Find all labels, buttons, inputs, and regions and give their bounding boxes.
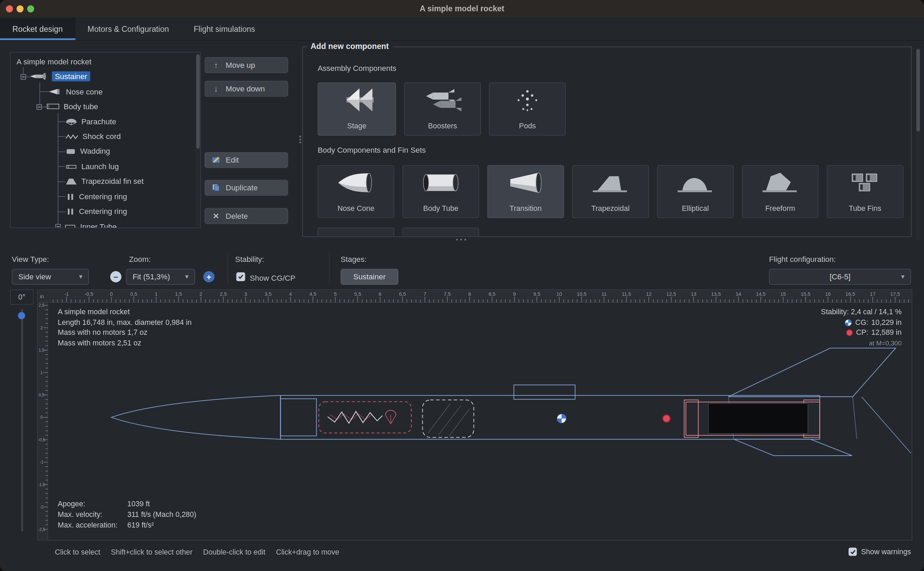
svg-text:9: 9 <box>513 291 516 297</box>
stability-info-block: Stability: 2,4 cal / 14,1 % CG: 10,229 i… <box>821 307 902 349</box>
cp-icon <box>845 329 853 337</box>
add-tube-fins-button[interactable]: Tube Fins <box>827 165 904 218</box>
edit-button[interactable]: Edit <box>205 152 288 168</box>
svg-text:7,5: 7,5 <box>444 291 451 297</box>
motor-block <box>708 404 808 434</box>
component-tree: A simple model rocket Sustainer Nose con… <box>10 52 201 228</box>
rocket-icon <box>30 73 48 80</box>
add-nose-cone-button[interactable]: Nose Cone <box>317 165 394 218</box>
tab-flight-simulations[interactable]: Flight simulations <box>182 18 268 40</box>
tab-motors-configuration[interactable]: Motors & Configuration <box>75 18 182 40</box>
tree-item-launch-lug[interactable]: Launch lug <box>65 159 119 174</box>
show-cgcp-checkbox[interactable] <box>236 273 245 281</box>
tree-expander-body-tube[interactable] <box>37 104 42 110</box>
add-component-button-clipped[interactable] <box>402 228 479 237</box>
svg-text:6: 6 <box>379 291 382 297</box>
svg-text:-1,5: -1,5 <box>38 482 45 487</box>
tree-item-wadding[interactable]: Wadding <box>65 144 110 159</box>
centering-ring-icon <box>65 208 75 215</box>
add-pods-button[interactable]: Pods <box>489 82 566 136</box>
svg-text:0: 0 <box>110 291 112 297</box>
add-transition-button[interactable]: Transition <box>487 165 564 218</box>
svg-text:5,5: 5,5 <box>354 291 361 297</box>
svg-text:14,5: 14,5 <box>756 291 765 297</box>
screen: A simple model rocket Rocket design Moto… <box>0 0 924 571</box>
interaction-hints: Click to select Shift+click to select ot… <box>55 548 339 556</box>
panel-splitter-handle[interactable] <box>298 134 302 145</box>
tree-item-shock-cord[interactable]: Shock cord <box>65 129 121 144</box>
tree-item-trapezoidal-fin-set[interactable]: Trapezoidal fin set <box>65 174 144 188</box>
zoom-select[interactable]: Fit (51,3%) ▼ <box>126 269 195 284</box>
svg-text:13: 13 <box>691 291 696 297</box>
vertical-splitter-handle[interactable] <box>455 238 467 242</box>
add-trapezoidal-fin-button[interactable]: Trapezoidal <box>572 165 649 218</box>
duplicate-button[interactable]: Duplicate <box>205 180 288 196</box>
inner-tube-icon <box>64 224 76 228</box>
tree-item-centering-ring-2[interactable]: Centering ring <box>65 204 127 219</box>
tree-item-parachute[interactable]: Parachute <box>65 114 116 129</box>
svg-text:1,5: 1,5 <box>175 291 182 297</box>
tree-connector <box>58 113 59 224</box>
tree-connector <box>58 196 65 197</box>
move-down-button[interactable]: ↓ Move down <box>205 81 288 97</box>
rotation-slider-thumb[interactable] <box>18 312 25 319</box>
add-body-tube-button[interactable]: Body Tube <box>402 165 479 218</box>
ruler-unit-label: in <box>40 294 44 299</box>
arrow-up-icon: ↑ <box>211 60 220 69</box>
add-component-button-clipped[interactable] <box>317 228 394 237</box>
svg-text:16: 16 <box>825 291 830 297</box>
svg-text:3: 3 <box>244 291 247 297</box>
chevron-down-icon: ▼ <box>184 273 189 280</box>
stage-sustainer-toggle[interactable]: Sustainer <box>340 269 398 284</box>
flight-configuration-select[interactable]: [C6-5] ▼ <box>769 269 911 284</box>
boosters-icon <box>405 86 480 114</box>
zoom-label: Zoom: <box>129 255 151 264</box>
add-component-panel: Assembly Components Stage Boosters Pods … <box>302 46 911 237</box>
tree-expander-sustainer[interactable] <box>20 74 26 79</box>
tree-connector <box>58 211 65 212</box>
tree-item-inner-tube[interactable]: Inner Tube <box>64 219 117 228</box>
svg-text:-2: -2 <box>40 505 43 509</box>
mach-note: at M=0,300 <box>821 338 902 349</box>
tree-scrollbar-thumb[interactable] <box>196 54 200 148</box>
add-boosters-button[interactable]: Boosters <box>404 82 481 136</box>
rocket-canvas[interactable]: in -1-0,500,511,522,533,544,555,566,577,… <box>37 289 912 540</box>
delete-button[interactable]: ✕ Delete <box>205 208 288 224</box>
add-freeform-fin-button[interactable]: Freeform <box>742 165 819 218</box>
add-stage-button[interactable]: Stage <box>317 82 396 136</box>
tree-item-sustainer[interactable]: Sustainer <box>30 69 90 83</box>
tree-item-body-tube[interactable]: Body tube <box>46 99 98 114</box>
tree-expander-inner-tube[interactable] <box>55 224 60 228</box>
svg-text:1: 1 <box>155 291 157 297</box>
zoom-out-button[interactable]: − <box>110 271 122 282</box>
chevron-down-icon: ▼ <box>900 273 906 280</box>
panel-scrollbar[interactable] <box>916 47 921 241</box>
assembly-components-label: Assembly Components <box>317 64 396 73</box>
svg-text:8: 8 <box>468 291 471 297</box>
svg-text:11: 11 <box>601 291 607 297</box>
tree-item-nose-cone[interactable]: Nose cone <box>49 84 103 99</box>
view-type-select[interactable]: Side view ▼ <box>12 269 89 284</box>
panel-scrollbar-thumb[interactable] <box>916 49 920 131</box>
tree-item-rocket-root[interactable]: A simple model rocket <box>17 54 91 69</box>
zoom-in-button[interactable]: + <box>203 271 214 282</box>
rotation-slider[interactable] <box>21 309 23 532</box>
svg-text:8,5: 8,5 <box>489 291 496 297</box>
show-warnings-checkbox[interactable] <box>849 548 857 556</box>
tab-rocket-design[interactable]: Rocket design <box>0 18 75 40</box>
tree-connector <box>58 136 65 137</box>
main-tab-bar: Rocket design Motors & Configuration Fli… <box>0 18 924 41</box>
view-type-label: View Type: <box>12 255 49 264</box>
svg-text:17: 17 <box>870 291 875 297</box>
tree-item-centering-ring-1[interactable]: Centering ring <box>65 189 127 204</box>
arrow-down-icon: ↓ <box>211 84 220 93</box>
tree-scrollbar[interactable] <box>196 53 200 226</box>
move-up-button[interactable]: ↑ Move up <box>205 57 288 73</box>
tree-connector <box>58 181 65 182</box>
svg-text:10: 10 <box>556 291 562 297</box>
rotation-angle-box: 0° <box>10 289 34 305</box>
pods-icon <box>490 86 565 114</box>
flight-stats-block: Apogee:1039 ft Max. velocity:311 ft/s (M… <box>58 499 196 531</box>
svg-text:13,5: 13,5 <box>711 291 721 297</box>
add-elliptical-fin-button[interactable]: Elliptical <box>657 165 734 218</box>
